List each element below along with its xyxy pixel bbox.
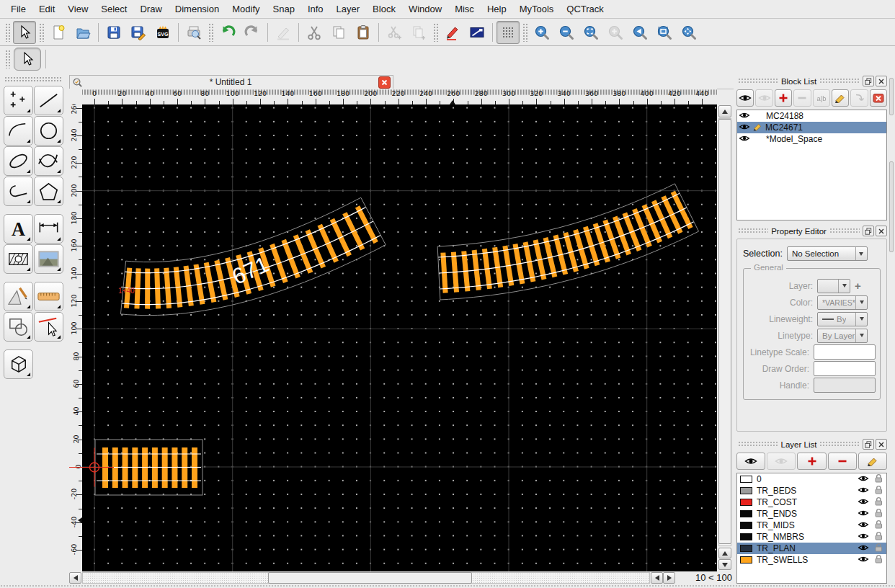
attributes-button[interactable] [466,21,489,44]
lock-icon[interactable] [873,554,883,566]
vscroll-up-button[interactable] [718,105,731,117]
menu-item-edit[interactable]: Edit [32,0,61,18]
menu-item-modify[interactable]: Modify [226,0,266,18]
paste-button[interactable] [352,21,375,44]
tool-ellipse-button[interactable] [4,146,33,176]
lineweight-combobox[interactable]: By [817,312,868,326]
layer-list-item[interactable]: TR_BEDS [737,485,886,496]
visibility-eye-icon[interactable] [858,474,869,485]
tool-points-button[interactable] [4,86,33,115]
toolbar-drag-handle[interactable] [522,23,527,42]
visibility-eye-icon[interactable] [858,543,869,554]
menu-item-misc[interactable]: Misc [448,0,481,18]
vscroll-thumb[interactable] [718,119,731,544]
property-editor-titlebar[interactable]: Property Editor [735,225,889,237]
tool-polyline-button[interactable] [4,177,33,206]
menu-item-draw[interactable]: Draw [133,0,168,18]
tool-order-button[interactable] [4,312,33,342]
tool-text-button[interactable]: A [4,214,33,244]
palette-drag-handle[interactable] [4,76,62,81]
lock-icon[interactable] [873,531,883,543]
tool-image-button[interactable] [34,244,63,274]
add-block-button[interactable] [775,89,792,107]
layer-list-item[interactable]: TR_PLAN [737,543,886,554]
lock-icon[interactable] [873,508,883,520]
block-list-item[interactable]: MC24188 [737,110,886,122]
lock-icon[interactable] [873,520,883,531]
tool-measure-button[interactable] [4,282,33,311]
menu-item-layer[interactable]: Layer [330,0,367,18]
track-entity-0[interactable]: 6711+40 [118,197,386,315]
save-button[interactable] [102,21,125,44]
hscroll-right-button[interactable] [663,572,675,584]
tab-close-button[interactable] [378,76,391,89]
visibility-eye-icon[interactable] [858,509,869,520]
menu-item-snap[interactable]: Snap [267,0,301,18]
redo-button[interactable] [241,21,264,44]
print-preview-button[interactable] [182,21,205,44]
undo-button[interactable] [216,21,239,44]
menu-item-mytools[interactable]: MyTools [513,0,561,18]
layer-list-close-button[interactable] [876,439,887,450]
zoom-auto-button[interactable] [579,21,602,44]
menu-item-file[interactable]: File [4,0,32,18]
layer-list-item[interactable]: TR_COST [737,496,886,508]
menu-item-view[interactable]: View [61,0,94,18]
tool-spline-button[interactable] [34,146,63,176]
toolbar-drag-handle[interactable] [5,23,10,42]
add-layer-inline-button[interactable]: + [855,280,861,291]
menu-item-block[interactable]: Block [366,0,402,18]
visibility-eye-icon[interactable] [858,520,869,531]
layer-list-item[interactable]: TR_MIDS [737,520,886,531]
vscroll-down-button[interactable] [718,559,731,570]
toggle-visibility-button[interactable] [736,89,754,107]
toggle-visibility-button[interactable] [736,453,765,470]
select-arrow-button[interactable] [14,48,41,71]
block-list-item[interactable]: MC24671 [737,122,886,133]
toolbar-drag-handle[interactable] [39,23,44,42]
save-as-button[interactable] [127,21,150,44]
layer-list-float-button[interactable] [863,439,874,450]
block-list-item[interactable]: *Model_Space [737,133,886,145]
tool-ruler-button[interactable] [34,282,63,311]
edit-block-button[interactable] [832,89,849,107]
menu-item-dimension[interactable]: Dimension [169,0,226,18]
select-arrow-button[interactable] [13,21,36,44]
hscroll-thumb[interactable] [268,572,472,584]
lock-icon[interactable] [873,496,883,508]
new-file-button[interactable] [47,21,70,44]
layer-combobox[interactable] [817,279,850,293]
tool-box3d-button[interactable] [4,349,33,379]
layer-list-item[interactable]: TR_SWELLS [737,554,886,566]
visibility-eye-icon[interactable] [858,497,869,508]
dock-resize-handle[interactable] [889,161,894,252]
visibility-eye-icon[interactable] [858,532,869,543]
layer-list-titlebar[interactable]: Layer List [735,438,889,450]
property-editor-close-button[interactable] [876,226,887,236]
draw-order-input[interactable] [814,361,876,376]
lock-icon[interactable] [873,485,883,496]
color-combobox[interactable]: *VARIES* [817,295,868,310]
zoom-back-button[interactable] [628,21,651,44]
zoom-in-button[interactable] [530,21,553,44]
linetype-scale-input[interactable] [814,344,876,360]
visibility-eye-icon[interactable] [739,134,750,145]
export-svg-button[interactable]: SVG [151,21,174,44]
pen-edit-button[interactable] [441,21,464,44]
close-block-editor-button[interactable] [870,89,887,107]
toolbar-drag-handle[interactable] [208,23,213,42]
menu-item-qctrack[interactable]: QCTrack [560,0,610,18]
grid-toggle-button[interactable] [497,21,520,44]
zoom-pan-button[interactable] [677,21,700,44]
horizontal-scrollbar[interactable] [69,571,675,584]
lock-icon[interactable] [873,473,883,485]
toolbar-drag-handle[interactable] [433,23,438,42]
menu-item-info[interactable]: Info [301,0,330,18]
block-list-close-button[interactable] [876,76,887,86]
block-list-float-button[interactable] [863,76,874,86]
vertical-scrollbar[interactable] [717,104,733,571]
visibility-eye-icon[interactable] [739,111,750,122]
property-editor-float-button[interactable] [863,226,874,236]
tool-arc-button[interactable] [4,116,33,146]
tool-polygon-button[interactable] [34,177,63,206]
